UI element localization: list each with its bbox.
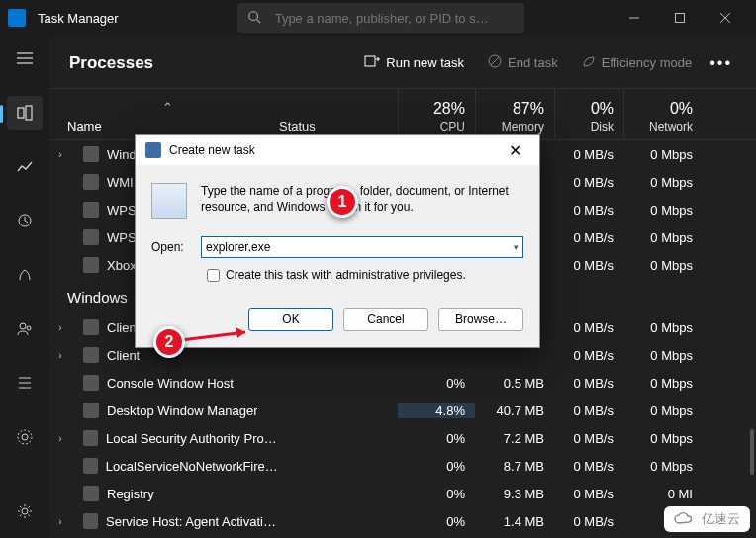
- process-icon: [83, 174, 99, 190]
- annotation-2: 2: [153, 326, 185, 358]
- svg-point-13: [27, 326, 31, 330]
- dialog-message: Type the name of a program folder, docum…: [201, 183, 523, 219]
- run-new-task-button[interactable]: Run new task: [354, 47, 474, 78]
- open-combobox[interactable]: ▾: [201, 236, 523, 258]
- process-name: Client: [107, 348, 140, 363]
- admin-checkbox[interactable]: [207, 269, 220, 282]
- chevron-down-icon[interactable]: ▾: [514, 242, 519, 252]
- browse-button[interactable]: Browse…: [438, 308, 523, 331]
- disk-cell: 0 MB/s: [554, 514, 623, 529]
- maximize-button[interactable]: [657, 0, 703, 36]
- svg-line-25: [181, 332, 245, 340]
- search-input[interactable]: [275, 11, 515, 26]
- net-cell: 0 Mbps: [623, 404, 703, 418]
- mem-cell: 0.5 MB: [475, 376, 554, 391]
- nav-performance[interactable]: [7, 149, 43, 184]
- plus-icon: [364, 53, 380, 72]
- disk-cell: 0 MB/s: [554, 230, 623, 245]
- nav-services[interactable]: [7, 420, 43, 455]
- header: Processes Run new task End task Efficien…: [49, 36, 756, 89]
- expander-icon[interactable]: ›: [49, 322, 71, 333]
- process-name: Registry: [107, 487, 154, 501]
- nav-details[interactable]: [7, 366, 43, 401]
- process-name: Desktop Window Manager: [107, 404, 257, 418]
- hamburger-button[interactable]: [7, 42, 43, 76]
- svg-rect-3: [676, 14, 685, 23]
- net-cell: 0 Mbps: [623, 431, 703, 446]
- col-network[interactable]: 0%Network: [623, 89, 703, 139]
- col-memory[interactable]: 87%Memory: [475, 89, 554, 139]
- net-cell: 0 Mbps: [623, 230, 703, 245]
- sort-indicator: ⌃: [67, 100, 267, 115]
- nav-processes[interactable]: [7, 96, 43, 131]
- close-button[interactable]: [703, 0, 748, 36]
- col-cpu[interactable]: 28%CPU: [398, 89, 475, 139]
- app-icon: [8, 9, 26, 27]
- svg-marker-26: [236, 327, 245, 338]
- svg-point-17: [22, 434, 28, 440]
- scrollbar-thumb[interactable]: [750, 429, 754, 475]
- end-task-button[interactable]: End task: [478, 48, 568, 77]
- process-name: WPS: [107, 203, 137, 218]
- nav-startup[interactable]: [7, 258, 43, 293]
- svg-point-18: [18, 430, 32, 444]
- process-icon: [83, 347, 99, 363]
- mem-cell: 40.7 MB: [475, 404, 554, 418]
- table-row[interactable]: LocalServiceNoNetworkFirewa… 0% 8.7 MB 0…: [49, 452, 756, 480]
- mem-cell: 1.4 MB: [475, 514, 554, 529]
- stop-icon: [488, 54, 502, 71]
- more-button[interactable]: •••: [706, 48, 736, 78]
- process-name: WPS: [107, 230, 137, 245]
- expander-icon[interactable]: ›: [49, 149, 71, 160]
- process-icon: [83, 319, 99, 335]
- cancel-button[interactable]: Cancel: [343, 308, 428, 331]
- page-title: Processes: [69, 53, 153, 73]
- net-cell: 0 Mbps: [623, 320, 703, 335]
- minimize-button[interactable]: [612, 0, 657, 36]
- disk-cell: 0 MB/s: [554, 258, 623, 273]
- process-icon: [83, 146, 99, 162]
- process-icon: [83, 513, 98, 529]
- table-row[interactable]: Desktop Window Manager 4.8% 40.7 MB 0 MB…: [49, 397, 756, 424]
- table-row[interactable]: Console Window Host 0% 0.5 MB 0 MB/s 0 M…: [49, 369, 756, 397]
- search-box[interactable]: [237, 3, 524, 33]
- expander-icon[interactable]: ›: [49, 516, 71, 527]
- annotation-1: 1: [327, 186, 358, 218]
- efficiency-mode-button[interactable]: Efficiency mode: [572, 48, 703, 77]
- process-icon: [83, 430, 98, 446]
- col-name[interactable]: ⌃ Name: [49, 89, 279, 139]
- ok-button[interactable]: OK: [248, 308, 333, 331]
- annotation-arrow-2: [176, 326, 255, 346]
- table-row[interactable]: › Service Host: Agent Activation… 0% 1.4…: [49, 507, 756, 535]
- cpu-cell: 0%: [398, 514, 475, 529]
- search-icon: [247, 10, 261, 27]
- expander-icon[interactable]: ›: [49, 350, 71, 361]
- svg-rect-10: [26, 106, 32, 120]
- svg-line-1: [256, 19, 260, 23]
- net-cell: 0 Mbps: [623, 348, 703, 363]
- nav-history[interactable]: [7, 204, 43, 238]
- open-input[interactable]: [206, 240, 514, 254]
- expander-icon[interactable]: ›: [49, 433, 71, 444]
- disk-cell: 0 MB/s: [554, 431, 623, 446]
- disk-cell: 0 MB/s: [554, 487, 623, 501]
- dialog-close-button[interactable]: ✕: [501, 141, 529, 160]
- net-cell: 0 Mbps: [623, 147, 703, 162]
- cpu-cell: 0%: [398, 376, 475, 391]
- leaf-icon: [582, 54, 596, 71]
- watermark: 亿速云: [664, 506, 750, 532]
- create-task-dialog: Create new task ✕ Type the name of a pro…: [135, 134, 540, 348]
- col-status[interactable]: Status: [279, 89, 398, 139]
- nav-users[interactable]: [7, 312, 43, 346]
- cpu-cell: 4.8%: [398, 404, 475, 418]
- nav-settings[interactable]: [7, 493, 43, 528]
- process-icon: [83, 486, 99, 501]
- net-cell: 0 Mbps: [623, 203, 703, 218]
- dialog-titlebar[interactable]: Create new task ✕: [136, 135, 539, 165]
- table-row[interactable]: › Local Security Authority Proce… 0% 7.2…: [49, 424, 756, 452]
- process-icon: [83, 257, 99, 273]
- col-disk[interactable]: 0%Disk: [554, 89, 623, 139]
- mem-cell: 9.3 MB: [475, 487, 554, 501]
- table-row[interactable]: Registry 0% 9.3 MB 0 MB/s 0 MI: [49, 480, 756, 507]
- process-name: Wind: [107, 147, 137, 162]
